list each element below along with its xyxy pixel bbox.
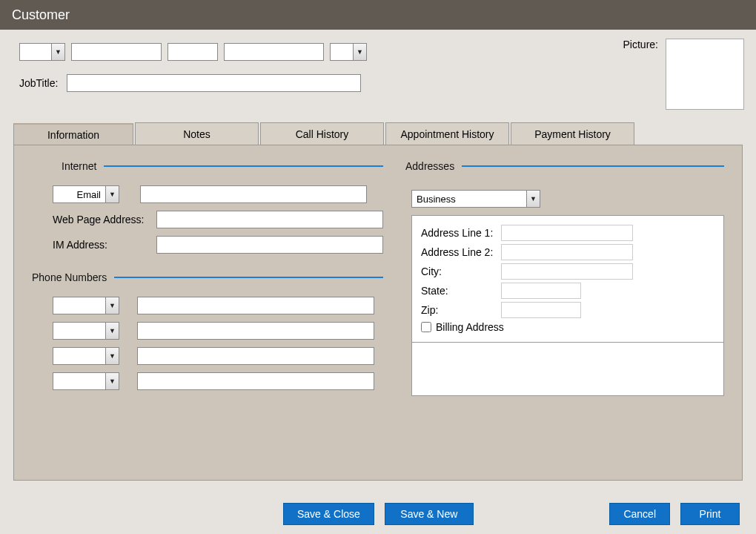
phone-number-field[interactable] bbox=[137, 347, 374, 365]
phone-number-field[interactable] bbox=[137, 322, 374, 340]
web-field[interactable] bbox=[156, 211, 383, 228]
phone-row bbox=[53, 297, 383, 314]
dropdown-icon[interactable] bbox=[105, 297, 119, 314]
addr-state-label: State: bbox=[421, 285, 495, 297]
email-field[interactable] bbox=[140, 185, 367, 203]
tab-body-information: Internet Web Page Address: IM Address: bbox=[13, 145, 743, 481]
internet-header: Internet bbox=[32, 160, 383, 172]
phone-type-field[interactable] bbox=[53, 323, 105, 339]
billing-label: Billing Address bbox=[436, 321, 504, 333]
tab-label: Notes bbox=[183, 128, 210, 140]
phone-type-combo[interactable] bbox=[53, 322, 119, 340]
section-title: Phone Numbers bbox=[32, 271, 107, 283]
phone-type-field[interactable] bbox=[53, 373, 105, 389]
suffix-field[interactable] bbox=[331, 44, 353, 60]
button-label: Print bbox=[700, 508, 721, 520]
billing-checkbox[interactable] bbox=[421, 322, 431, 332]
section-title: Addresses bbox=[405, 160, 454, 172]
addr-line2-label: Address Line 2: bbox=[421, 246, 495, 258]
phone-type-combo[interactable] bbox=[53, 372, 119, 390]
picture-frame[interactable] bbox=[666, 39, 744, 110]
web-label: Web Page Address: bbox=[53, 214, 149, 225]
tab-label: Call History bbox=[296, 128, 349, 140]
address-type-combo[interactable] bbox=[411, 190, 540, 208]
cancel-button[interactable]: Cancel bbox=[609, 503, 670, 525]
divider-line bbox=[104, 165, 383, 167]
tab-information[interactable]: Information bbox=[13, 123, 133, 145]
phone-row bbox=[53, 322, 383, 340]
window-titlebar: Customer bbox=[0, 0, 756, 30]
divider-line bbox=[462, 165, 724, 167]
billing-check-row: Billing Address bbox=[421, 321, 714, 333]
tab-label: Information bbox=[47, 129, 99, 141]
print-button[interactable]: Print bbox=[680, 503, 740, 525]
save-new-button[interactable]: Save & New bbox=[385, 503, 474, 525]
divider-line bbox=[114, 277, 383, 278]
prefix-field[interactable] bbox=[20, 44, 51, 60]
button-bar: Save & Close Save & New Cancel Print bbox=[0, 503, 756, 525]
tab-label: Payment History bbox=[534, 128, 611, 140]
addr-state-field[interactable] bbox=[501, 283, 581, 299]
last-name-field[interactable] bbox=[224, 43, 324, 61]
addr-city-label: City: bbox=[421, 266, 495, 277]
phone-type-combo[interactable] bbox=[53, 347, 119, 365]
picture-area: Picture: bbox=[623, 39, 744, 110]
addr-line1-label: Address Line 1: bbox=[421, 227, 495, 239]
tab-appointment-history[interactable]: Appointment History bbox=[385, 122, 509, 145]
first-name-field[interactable] bbox=[71, 43, 162, 61]
addr-line1-field[interactable] bbox=[501, 225, 633, 241]
window-title: Customer bbox=[12, 7, 70, 23]
tab-notes[interactable]: Notes bbox=[135, 122, 259, 145]
header-area: JobTitle: Picture: bbox=[0, 30, 756, 122]
phones-header: Phone Numbers bbox=[32, 271, 383, 283]
middle-name-field[interactable] bbox=[168, 43, 218, 61]
dropdown-icon[interactable] bbox=[526, 191, 540, 207]
tab-call-history[interactable]: Call History bbox=[260, 122, 384, 145]
suffix-combo[interactable] bbox=[330, 43, 367, 61]
dropdown-icon[interactable] bbox=[105, 323, 119, 339]
right-column: Addresses Address Line 1: Addr bbox=[405, 160, 724, 465]
addr-zip-label: Zip: bbox=[421, 304, 495, 316]
address-panel: Address Line 1: Address Line 2: City: bbox=[411, 215, 724, 343]
phone-row bbox=[53, 372, 383, 390]
section-title: Internet bbox=[62, 160, 96, 172]
addresses-header: Addresses bbox=[405, 160, 724, 172]
jobtitle-label: JobTitle: bbox=[19, 77, 58, 89]
phone-type-combo[interactable] bbox=[53, 297, 119, 314]
dropdown-icon[interactable] bbox=[353, 44, 366, 60]
save-close-button[interactable]: Save & Close bbox=[283, 503, 374, 525]
tab-payment-history[interactable]: Payment History bbox=[511, 122, 634, 145]
address-panel-extra bbox=[411, 343, 724, 396]
tab-row: Information Notes Call History Appointme… bbox=[13, 122, 743, 145]
jobtitle-field[interactable] bbox=[67, 74, 361, 92]
phone-row bbox=[53, 347, 383, 365]
phones-section: Phone Numbers bbox=[32, 271, 383, 390]
picture-label: Picture: bbox=[623, 39, 658, 110]
internet-section: Internet Web Page Address: IM Address: bbox=[32, 160, 383, 254]
dropdown-icon[interactable] bbox=[51, 44, 64, 60]
tabs-container: Information Notes Call History Appointme… bbox=[13, 122, 743, 481]
addr-zip-field[interactable] bbox=[501, 302, 581, 318]
addresses-section: Addresses Address Line 1: Addr bbox=[405, 160, 724, 396]
tab-label: Appointment History bbox=[400, 128, 494, 140]
addr-city-field[interactable] bbox=[501, 263, 633, 280]
phone-number-field[interactable] bbox=[137, 297, 374, 314]
im-label: IM Address: bbox=[53, 239, 149, 251]
dropdown-icon[interactable] bbox=[105, 373, 119, 389]
phone-type-field[interactable] bbox=[53, 297, 105, 314]
phone-type-field[interactable] bbox=[53, 348, 105, 364]
email-type-field[interactable] bbox=[53, 186, 105, 202]
button-label: Cancel bbox=[623, 508, 656, 520]
email-type-combo[interactable] bbox=[53, 185, 119, 203]
prefix-combo[interactable] bbox=[19, 43, 65, 61]
address-type-field[interactable] bbox=[412, 191, 526, 207]
button-label: Save & Close bbox=[297, 508, 360, 520]
im-field[interactable] bbox=[156, 236, 383, 254]
dropdown-icon[interactable] bbox=[105, 348, 119, 364]
dropdown-icon[interactable] bbox=[105, 186, 119, 202]
button-label: Save & New bbox=[400, 508, 457, 520]
phone-number-field[interactable] bbox=[137, 372, 374, 390]
left-column: Internet Web Page Address: IM Address: bbox=[32, 160, 383, 465]
addr-line2-field[interactable] bbox=[501, 244, 633, 260]
